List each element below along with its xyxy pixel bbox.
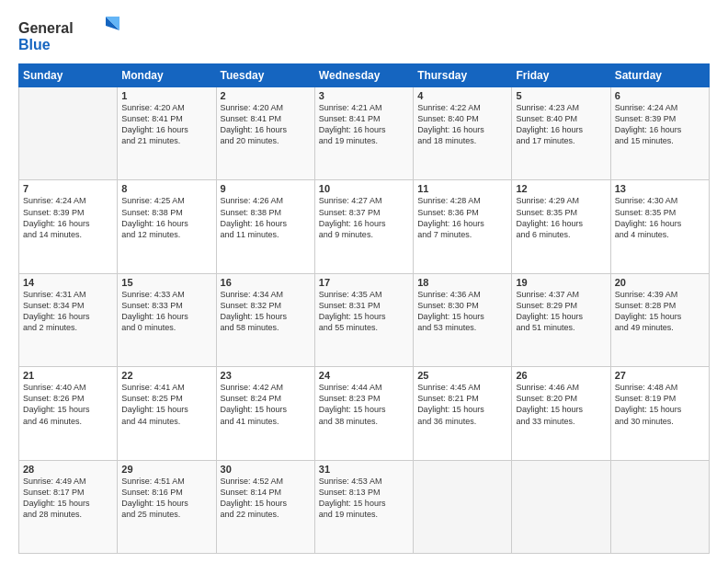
day-info: Sunrise: 4:46 AMSunset: 8:20 PMDaylight:…	[516, 382, 606, 427]
calendar-cell: 16Sunrise: 4:34 AMSunset: 8:32 PMDayligh…	[216, 273, 314, 366]
day-number: 26	[516, 370, 606, 381]
day-number: 3	[319, 90, 409, 101]
calendar-cell: 19Sunrise: 4:37 AMSunset: 8:29 PMDayligh…	[512, 273, 610, 366]
day-info: Sunrise: 4:48 AMSunset: 8:19 PMDaylight:…	[615, 382, 705, 427]
day-number: 20	[615, 277, 705, 288]
day-info: Sunrise: 4:41 AMSunset: 8:25 PMDaylight:…	[121, 382, 211, 427]
calendar-cell: 24Sunrise: 4:44 AMSunset: 8:23 PMDayligh…	[314, 367, 413, 460]
day-number: 2	[221, 90, 311, 101]
weekday-header-thursday: Thursday	[414, 64, 512, 87]
day-number: 21	[23, 370, 113, 381]
week-row-2: 7Sunrise: 4:24 AMSunset: 8:39 PMDaylight…	[19, 180, 710, 273]
calendar-cell: 20Sunrise: 4:39 AMSunset: 8:28 PMDayligh…	[610, 273, 709, 366]
calendar-cell	[414, 460, 512, 553]
day-number: 28	[23, 464, 113, 475]
day-info: Sunrise: 4:42 AMSunset: 8:24 PMDaylight:…	[221, 382, 311, 427]
calendar-cell: 10Sunrise: 4:27 AMSunset: 8:37 PMDayligh…	[314, 180, 413, 273]
day-number: 24	[319, 370, 409, 381]
day-number: 10	[319, 183, 409, 194]
day-number: 31	[319, 464, 409, 475]
day-number: 23	[221, 370, 311, 381]
day-info: Sunrise: 4:26 AMSunset: 8:38 PMDaylight:…	[221, 195, 311, 240]
day-info: Sunrise: 4:52 AMSunset: 8:14 PMDaylight:…	[221, 476, 311, 521]
logo: General Blue	[18, 15, 119, 56]
svg-text:Blue: Blue	[18, 37, 51, 52]
day-info: Sunrise: 4:39 AMSunset: 8:28 PMDaylight:…	[615, 289, 705, 334]
calendar-cell: 23Sunrise: 4:42 AMSunset: 8:24 PMDayligh…	[216, 367, 314, 460]
general-blue-logo: General Blue	[18, 15, 119, 56]
day-info: Sunrise: 4:27 AMSunset: 8:37 PMDaylight:…	[319, 195, 409, 240]
calendar-cell: 30Sunrise: 4:52 AMSunset: 8:14 PMDayligh…	[216, 460, 314, 553]
calendar-cell	[610, 460, 709, 553]
day-number: 19	[516, 277, 606, 288]
day-info: Sunrise: 4:28 AMSunset: 8:36 PMDaylight:…	[417, 195, 507, 240]
calendar-cell: 25Sunrise: 4:45 AMSunset: 8:21 PMDayligh…	[414, 367, 512, 460]
day-info: Sunrise: 4:45 AMSunset: 8:21 PMDaylight:…	[417, 382, 507, 427]
calendar-cell: 6Sunrise: 4:24 AMSunset: 8:39 PMDaylight…	[610, 87, 709, 180]
calendar-table: SundayMondayTuesdayWednesdayThursdayFrid…	[18, 63, 710, 554]
calendar-cell: 28Sunrise: 4:49 AMSunset: 8:17 PMDayligh…	[19, 460, 118, 553]
day-info: Sunrise: 4:30 AMSunset: 8:35 PMDaylight:…	[615, 195, 705, 240]
day-info: Sunrise: 4:24 AMSunset: 8:39 PMDaylight:…	[23, 195, 113, 240]
day-number: 11	[417, 183, 507, 194]
calendar-cell: 5Sunrise: 4:23 AMSunset: 8:40 PMDaylight…	[512, 87, 610, 180]
weekday-header-saturday: Saturday	[610, 64, 709, 87]
day-number: 25	[417, 370, 507, 381]
day-info: Sunrise: 4:40 AMSunset: 8:26 PMDaylight:…	[23, 382, 113, 427]
calendar-cell: 7Sunrise: 4:24 AMSunset: 8:39 PMDaylight…	[19, 180, 118, 273]
header: General Blue	[18, 15, 710, 56]
day-info: Sunrise: 4:22 AMSunset: 8:40 PMDaylight:…	[417, 102, 507, 147]
calendar-cell: 18Sunrise: 4:36 AMSunset: 8:30 PMDayligh…	[414, 273, 512, 366]
svg-text:General: General	[18, 20, 74, 36]
calendar-cell	[512, 460, 610, 553]
day-number: 13	[615, 183, 705, 194]
calendar-cell: 3Sunrise: 4:21 AMSunset: 8:41 PMDaylight…	[314, 87, 413, 180]
calendar-cell: 22Sunrise: 4:41 AMSunset: 8:25 PMDayligh…	[118, 367, 216, 460]
page: General Blue SundayMondayTuesdayWednesda…	[0, 0, 728, 563]
calendar-cell: 13Sunrise: 4:30 AMSunset: 8:35 PMDayligh…	[610, 180, 709, 273]
weekday-header-sunday: Sunday	[19, 64, 118, 87]
calendar-cell: 4Sunrise: 4:22 AMSunset: 8:40 PMDaylight…	[414, 87, 512, 180]
day-info: Sunrise: 4:25 AMSunset: 8:38 PMDaylight:…	[121, 195, 211, 240]
day-info: Sunrise: 4:20 AMSunset: 8:41 PMDaylight:…	[221, 102, 311, 147]
calendar-cell: 15Sunrise: 4:33 AMSunset: 8:33 PMDayligh…	[118, 273, 216, 366]
day-info: Sunrise: 4:33 AMSunset: 8:33 PMDaylight:…	[121, 289, 211, 334]
calendar-cell: 1Sunrise: 4:20 AMSunset: 8:41 PMDaylight…	[118, 87, 216, 180]
week-row-3: 14Sunrise: 4:31 AMSunset: 8:34 PMDayligh…	[19, 273, 710, 366]
day-info: Sunrise: 4:20 AMSunset: 8:41 PMDaylight:…	[121, 102, 211, 147]
calendar-cell: 26Sunrise: 4:46 AMSunset: 8:20 PMDayligh…	[512, 367, 610, 460]
day-info: Sunrise: 4:53 AMSunset: 8:13 PMDaylight:…	[319, 476, 409, 521]
day-info: Sunrise: 4:35 AMSunset: 8:31 PMDaylight:…	[319, 289, 409, 334]
day-info: Sunrise: 4:49 AMSunset: 8:17 PMDaylight:…	[23, 476, 113, 521]
calendar-cell: 12Sunrise: 4:29 AMSunset: 8:35 PMDayligh…	[512, 180, 610, 273]
day-number: 1	[121, 90, 211, 101]
calendar-cell: 2Sunrise: 4:20 AMSunset: 8:41 PMDaylight…	[216, 87, 314, 180]
calendar-cell: 9Sunrise: 4:26 AMSunset: 8:38 PMDaylight…	[216, 180, 314, 273]
week-row-4: 21Sunrise: 4:40 AMSunset: 8:26 PMDayligh…	[19, 367, 710, 460]
weekday-header-row: SundayMondayTuesdayWednesdayThursdayFrid…	[19, 64, 710, 87]
day-info: Sunrise: 4:36 AMSunset: 8:30 PMDaylight:…	[417, 289, 507, 334]
weekday-header-friday: Friday	[512, 64, 610, 87]
day-number: 29	[121, 464, 211, 475]
week-row-1: 1Sunrise: 4:20 AMSunset: 8:41 PMDaylight…	[19, 87, 710, 180]
calendar-cell: 17Sunrise: 4:35 AMSunset: 8:31 PMDayligh…	[314, 273, 413, 366]
day-number: 30	[221, 464, 311, 475]
day-number: 17	[319, 277, 409, 288]
day-info: Sunrise: 4:37 AMSunset: 8:29 PMDaylight:…	[516, 289, 606, 334]
calendar-cell: 27Sunrise: 4:48 AMSunset: 8:19 PMDayligh…	[610, 367, 709, 460]
day-info: Sunrise: 4:24 AMSunset: 8:39 PMDaylight:…	[615, 102, 705, 147]
day-number: 14	[23, 277, 113, 288]
day-number: 5	[516, 90, 606, 101]
day-info: Sunrise: 4:21 AMSunset: 8:41 PMDaylight:…	[319, 102, 409, 147]
calendar-cell: 31Sunrise: 4:53 AMSunset: 8:13 PMDayligh…	[314, 460, 413, 553]
day-info: Sunrise: 4:29 AMSunset: 8:35 PMDaylight:…	[516, 195, 606, 240]
day-number: 8	[121, 183, 211, 194]
weekday-header-monday: Monday	[118, 64, 216, 87]
day-number: 16	[221, 277, 311, 288]
day-info: Sunrise: 4:23 AMSunset: 8:40 PMDaylight:…	[516, 102, 606, 147]
calendar-cell: 8Sunrise: 4:25 AMSunset: 8:38 PMDaylight…	[118, 180, 216, 273]
day-info: Sunrise: 4:51 AMSunset: 8:16 PMDaylight:…	[121, 476, 211, 521]
calendar-cell	[19, 87, 118, 180]
day-number: 12	[516, 183, 606, 194]
day-info: Sunrise: 4:44 AMSunset: 8:23 PMDaylight:…	[319, 382, 409, 427]
